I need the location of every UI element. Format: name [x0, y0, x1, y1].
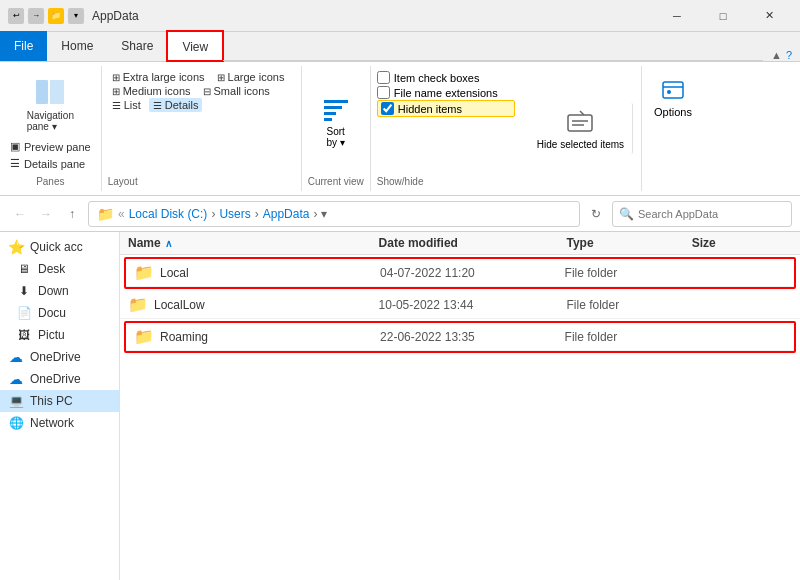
extra-large-icons-icon: ⊞ — [112, 72, 120, 83]
search-box[interactable]: 🔍 — [612, 201, 792, 227]
ribbon-panes-group: Navigationpane ▾ ▣ Preview pane ☰ Detail… — [0, 66, 102, 191]
file-date-local: 04-07-2022 11:20 — [380, 266, 565, 280]
sidebar-item-pictures[interactable]: 🖼 Pictu — [0, 324, 119, 346]
sidebar-item-onedrive1[interactable]: ☁ OneDrive — [0, 346, 119, 368]
sidebar-item-quick-access[interactable]: ⭐ Quick acc — [0, 236, 119, 258]
file-name-extensions-row[interactable]: File name extensions — [377, 85, 515, 100]
path-users[interactable]: Users — [219, 207, 250, 221]
up-button[interactable]: ↑ — [60, 202, 84, 226]
address-path[interactable]: 📁 « Local Disk (C:) › Users › AppData › … — [88, 201, 580, 227]
sidebar-label-documents: Docu — [38, 306, 66, 320]
list-button[interactable]: ☰ List — [108, 98, 145, 112]
file-type-local: File folder — [565, 266, 688, 280]
sidebar-label-quick-access: Quick acc — [30, 240, 83, 254]
show-hide-label: Show/hide — [377, 172, 515, 187]
options-button[interactable]: Options — [650, 70, 696, 122]
svg-rect-2 — [324, 100, 348, 103]
svg-rect-1 — [50, 80, 64, 104]
sidebar-item-onedrive2[interactable]: ☁ OneDrive — [0, 368, 119, 390]
file-row-local[interactable]: 📁 Local 04-07-2022 11:20 File folder — [126, 259, 794, 287]
file-name-local: 📁 Local — [134, 263, 380, 282]
sort-by-label: Sortby ▾ — [327, 126, 345, 148]
hidden-items-row[interactable]: Hidden items — [377, 100, 515, 117]
window-title: AppData — [92, 9, 654, 23]
medium-icons-button[interactable]: ⊞ Medium icons — [108, 84, 195, 98]
file-row-locallow[interactable]: 📁 LocalLow 10-05-2022 13:44 File folder — [120, 291, 800, 319]
path-local-disk[interactable]: Local Disk (C:) — [129, 207, 208, 221]
sidebar-item-documents[interactable]: 📄 Docu — [0, 302, 119, 324]
svg-rect-10 — [663, 82, 683, 98]
maximize-button[interactable]: □ — [700, 0, 746, 32]
item-checkboxes-row[interactable]: Item check boxes — [377, 70, 515, 85]
medium-icons-icon: ⊞ — [112, 86, 120, 97]
sort-arrow: ∧ — [165, 238, 172, 249]
roaming-row-highlight: 📁 Roaming 22-06-2022 13:35 File folder — [124, 321, 796, 353]
title-bar: ↩ → 📁 ▾ AppData ─ □ ✕ — [0, 0, 800, 32]
title-bar-icons: ↩ → 📁 ▾ — [8, 8, 84, 24]
file-date-locallow: 10-05-2022 13:44 — [379, 298, 567, 312]
layout-row-3: ☰ List ☰ Details — [108, 98, 295, 112]
sort-by-button[interactable]: Sortby ▾ — [316, 90, 356, 152]
preview-pane-button[interactable]: ▣ Preview pane — [6, 138, 95, 155]
details-pane-button[interactable]: ☰ Details pane — [6, 155, 95, 172]
path-sep-2: › — [255, 207, 259, 221]
small-icons-label: Small icons — [214, 85, 270, 97]
forward-button[interactable]: → — [34, 202, 58, 226]
file-row-roaming[interactable]: 📁 Roaming 22-06-2022 13:35 File folder — [126, 323, 794, 351]
large-icons-button[interactable]: ⊞ Large icons — [213, 70, 289, 84]
list-label: List — [124, 99, 141, 111]
tab-share[interactable]: Share — [107, 31, 167, 61]
column-name[interactable]: Name ∧ — [128, 236, 379, 250]
address-bar: ← → ↑ 📁 « Local Disk (C:) › Users › AppD… — [0, 196, 800, 232]
local-row-highlight: 📁 Local 04-07-2022 11:20 File folder — [124, 257, 796, 289]
minimize-button[interactable]: ─ — [654, 0, 700, 32]
sidebar-item-desktop[interactable]: 🖥 Desk — [0, 258, 119, 280]
ribbon: Navigationpane ▾ ▣ Preview pane ☰ Detail… — [0, 62, 800, 196]
layout-row-2: ⊞ Medium icons ⊟ Small icons — [108, 84, 295, 98]
sidebar-item-this-pc[interactable]: 💻 This PC — [0, 390, 119, 412]
sidebar-item-downloads[interactable]: ⬇ Down — [0, 280, 119, 302]
nav-pane-label: Navigationpane ▾ — [27, 110, 74, 132]
file-list: Name ∧ Date modified Type Size 📁 Local 0… — [120, 232, 800, 580]
path-sep-3: › — [313, 207, 317, 221]
ribbon-show-hide-group: Item check boxes File name extensions Hi… — [371, 66, 521, 191]
sort-by-icon — [320, 94, 352, 126]
extra-large-icons-button[interactable]: ⊞ Extra large icons — [108, 70, 209, 84]
navigation-pane-button[interactable]: Navigationpane ▾ — [19, 70, 82, 136]
file-name-roaming: 📁 Roaming — [134, 327, 380, 346]
small-icons-button[interactable]: ⊟ Small icons — [199, 84, 274, 98]
column-type[interactable]: Type — [566, 236, 691, 250]
item-checkboxes-checkbox[interactable] — [377, 71, 390, 84]
tab-view[interactable]: View — [167, 31, 223, 61]
tab-file[interactable]: File — [0, 31, 47, 61]
close-button[interactable]: ✕ — [746, 0, 792, 32]
hide-selected-button[interactable]: Hide selected items — [529, 103, 633, 154]
column-date[interactable]: Date modified — [379, 236, 567, 250]
column-date-label: Date modified — [379, 236, 458, 250]
current-view-label: Current view — [308, 172, 364, 187]
svg-rect-0 — [36, 80, 48, 104]
extra-large-icons-label: Extra large icons — [123, 71, 205, 83]
column-size[interactable]: Size — [692, 236, 792, 250]
preview-pane-label: Preview pane — [24, 141, 91, 153]
search-input[interactable] — [638, 208, 785, 220]
hidden-items-checkbox[interactable] — [381, 102, 394, 115]
main-content: ⭐ Quick acc 🖥 Desk ⬇ Down 📄 Docu 🖼 Pictu… — [0, 232, 800, 580]
window-controls[interactable]: ─ □ ✕ — [654, 0, 792, 32]
preview-pane-icon: ▣ — [10, 140, 20, 153]
details-button[interactable]: ☰ Details — [149, 98, 203, 112]
path-dropdown: ▾ — [321, 207, 327, 221]
tab-home[interactable]: Home — [47, 31, 107, 61]
title-icon-1: ↩ — [8, 8, 24, 24]
column-type-label: Type — [566, 236, 593, 250]
search-icon: 🔍 — [619, 207, 634, 221]
sidebar-label-onedrive1: OneDrive — [30, 350, 81, 364]
details-label: Details — [165, 99, 199, 111]
back-button[interactable]: ← — [8, 202, 32, 226]
svg-rect-4 — [324, 112, 336, 115]
file-name-extensions-checkbox[interactable] — [377, 86, 390, 99]
title-icon-folder: 📁 — [48, 8, 64, 24]
sidebar-item-network[interactable]: 🌐 Network — [0, 412, 119, 434]
path-appdata[interactable]: AppData — [263, 207, 310, 221]
refresh-button[interactable]: ↻ — [584, 202, 608, 226]
